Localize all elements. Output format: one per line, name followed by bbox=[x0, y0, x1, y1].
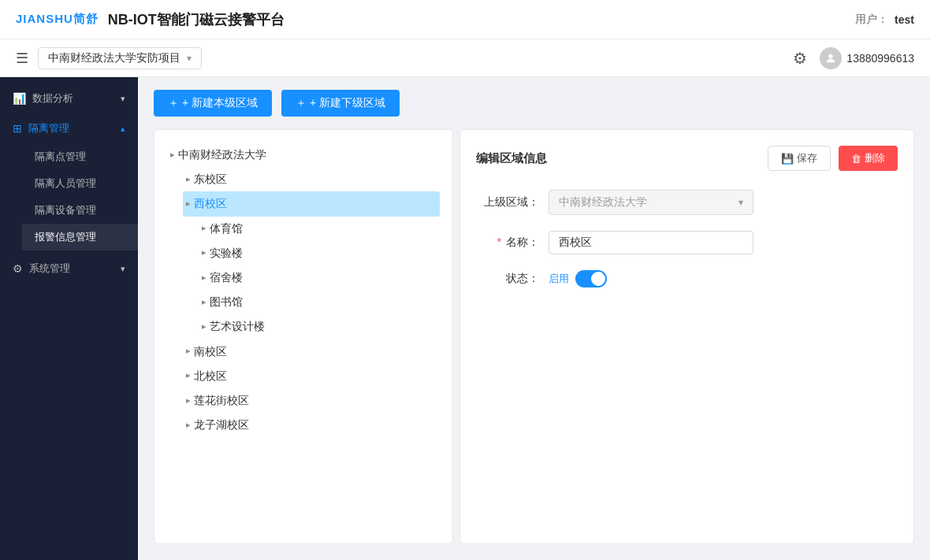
delete-button[interactable]: 🗑 删除 bbox=[839, 146, 898, 171]
tree-arrow-icon: ▸ bbox=[202, 270, 206, 286]
sidebar-item-system-management[interactable]: ⚙ 系统管理 ▾ bbox=[0, 254, 138, 284]
logo-brand: JIANSHU简舒 bbox=[16, 12, 99, 27]
tree-root: ▸ 中南财经政法大学 ▸ 东校区 bbox=[167, 143, 440, 437]
tree-label-xixiaoqu: 西校区 bbox=[194, 194, 227, 213]
parent-area-select[interactable]: 中南财经政法大学 ▾ bbox=[549, 190, 753, 215]
sidebar-item-isolation-device[interactable]: 隔离设备管理 bbox=[22, 197, 138, 224]
project-select[interactable]: 中南财经政法大学安防项目 ▾ bbox=[38, 47, 202, 69]
parent-area-value: 中南财经政法大学 bbox=[559, 195, 647, 210]
split-panel: ▸ 中南财经政法大学 ▸ 东校区 bbox=[138, 129, 930, 560]
tree-panel: ▸ 中南财经政法大学 ▸ 东校区 bbox=[154, 129, 453, 544]
hamburger-icon[interactable]: ☰ bbox=[16, 50, 28, 67]
tree-node-tiyuguan[interactable]: ▸ 体育馆 bbox=[199, 217, 440, 241]
tree-arrow-icon: ▸ bbox=[186, 343, 191, 359]
name-input[interactable] bbox=[549, 231, 753, 254]
edit-header: 编辑区域信息 💾 保存 🗑 删除 bbox=[476, 146, 898, 171]
tree-node-sushelou[interactable]: ▸ 宿舍楼 bbox=[199, 265, 440, 290]
main-layout: 📊 数据分析 ▾ ⊞ 隔离管理 ▴ 隔离点管理 隔离人员管理 隔离设备管理 bbox=[0, 77, 930, 560]
sidebar-item-isolation-person[interactable]: 隔离人员管理 bbox=[22, 170, 138, 197]
tree-arrow-icon: ▸ bbox=[186, 172, 191, 187]
sidebar-item-alarm-info[interactable]: 报警信息管理 bbox=[22, 224, 138, 250]
tree-node-tushuguan[interactable]: ▸ 图书馆 bbox=[199, 290, 440, 314]
list-item: ▸ 东校区 bbox=[183, 167, 440, 191]
tree-node-xixiaoqu[interactable]: ▸ 西校区 bbox=[183, 191, 440, 216]
toolbar: ＋ + 新建本级区域 ＋ + 新建下级区域 bbox=[138, 77, 930, 129]
sidebar-label-data-analysis: 数据分析 bbox=[32, 91, 73, 106]
field-name-label: * 名称： bbox=[476, 235, 539, 250]
tree-label-tushuguan: 图书馆 bbox=[210, 292, 243, 312]
plus-icon: ＋ bbox=[296, 96, 307, 110]
add-child-label: + 新建下级区域 bbox=[310, 96, 385, 110]
form-row-name: * 名称： bbox=[476, 231, 898, 254]
grid-icon: ⊞ bbox=[13, 122, 22, 135]
chevron-up-icon: ▴ bbox=[121, 124, 125, 134]
tree-root-label: 中南财经政法大学 bbox=[178, 145, 266, 165]
list-item: ▸ 南校区 bbox=[183, 339, 440, 364]
content-area: ＋ + 新建本级区域 ＋ + 新建下级区域 ▸ 中南财经政法大学 bbox=[138, 77, 930, 560]
tree-label-yishujilou: 艺术设计楼 bbox=[210, 317, 265, 336]
tree-arrow-icon: ▸ bbox=[186, 368, 191, 384]
save-icon: 💾 bbox=[781, 153, 794, 165]
settings-icon[interactable]: ⚙ bbox=[793, 49, 807, 68]
sidebar-label-isolation-device: 隔离设备管理 bbox=[35, 203, 96, 217]
save-label: 保存 bbox=[797, 151, 817, 165]
chevron-down-icon: ▾ bbox=[121, 264, 125, 274]
tree-node-lianhuaxiaoqu[interactable]: ▸ 莲花街校区 bbox=[183, 388, 440, 413]
add-child-area-button[interactable]: ＋ + 新建下级区域 bbox=[281, 90, 400, 117]
chevron-down-icon: ▾ bbox=[121, 94, 125, 104]
plus-icon: ＋ bbox=[168, 96, 179, 110]
tree-label-sushelou: 宿舍楼 bbox=[210, 268, 243, 287]
tree-label-tiyuguan: 体育馆 bbox=[210, 219, 243, 239]
edit-actions: 💾 保存 🗑 删除 bbox=[768, 146, 898, 171]
logo-area: JIANSHU简舒 NB-IOT智能门磁云接警平台 bbox=[16, 10, 285, 29]
tree-label-dongxiaoqu: 东校区 bbox=[194, 169, 227, 189]
tree-children-root: ▸ 东校区 ▸ 西校区 ▸ bbox=[167, 167, 440, 437]
nav-right: ⚙ 13880996613 bbox=[793, 47, 914, 69]
svg-point-0 bbox=[829, 54, 833, 57]
user-label: 用户： bbox=[855, 13, 888, 27]
sidebar-label-isolation-person: 隔离人员管理 bbox=[35, 176, 96, 191]
sidebar-label-isolation: 隔离管理 bbox=[28, 121, 69, 135]
chevron-down-icon: ▾ bbox=[187, 53, 192, 64]
list-item: ▸ 西校区 ▸ 体育馆 ▸ 实验楼 bbox=[183, 191, 440, 339]
tree-node-root[interactable]: ▸ 中南财经政法大学 bbox=[167, 143, 440, 167]
tree-arrow-icon: ▸ bbox=[202, 319, 206, 335]
project-name: 中南财经政法大学安防项目 bbox=[48, 51, 180, 65]
list-item: ▸ 北校区 bbox=[183, 364, 440, 388]
tree-arrow-icon: ▸ bbox=[186, 393, 191, 409]
list-item: ▸ 莲花街校区 bbox=[183, 388, 440, 413]
tree-label-nanxiaoqu: 南校区 bbox=[194, 342, 227, 362]
nav-bar: ☰ 中南财经政法大学安防项目 ▾ ⚙ 13880996613 bbox=[0, 39, 930, 77]
add-parent-area-button[interactable]: ＋ + 新建本级区域 bbox=[154, 90, 272, 117]
tree-label-lianhuaxiaoqu: 莲花街校区 bbox=[194, 391, 249, 410]
tree-node-yishujilou[interactable]: ▸ 艺术设计楼 bbox=[199, 314, 440, 339]
form-row-parent: 上级区域： 中南财经政法大学 ▾ bbox=[476, 190, 898, 215]
sidebar-label-system: 系统管理 bbox=[29, 261, 70, 276]
phone-info: 13880996613 bbox=[820, 47, 914, 69]
avatar bbox=[820, 47, 842, 69]
tree-node-nanxiaoqu[interactable]: ▸ 南校区 bbox=[183, 339, 440, 364]
sidebar-isolation-submenu: 隔离点管理 隔离人员管理 隔离设备管理 报警信息管理 bbox=[0, 143, 138, 250]
tree-node-beixiaoqu[interactable]: ▸ 北校区 bbox=[183, 364, 440, 388]
settings-icon: ⚙ bbox=[13, 262, 23, 275]
user-name: test bbox=[895, 13, 914, 26]
tree-arrow-icon: ▸ bbox=[186, 196, 191, 212]
tree-children-xixiaoqu: ▸ 体育馆 ▸ 实验楼 ▸ 宿舍楼 bbox=[183, 217, 440, 339]
sidebar-item-data-analysis[interactable]: 📊 数据分析 ▾ bbox=[0, 83, 138, 113]
delete-icon: 🗑 bbox=[851, 153, 861, 165]
sidebar-item-isolation-point[interactable]: 隔离点管理 bbox=[22, 143, 138, 170]
list-item: ▸ 龙子湖校区 bbox=[183, 413, 440, 437]
user-info: 用户： test bbox=[855, 13, 914, 27]
edit-title: 编辑区域信息 bbox=[476, 151, 547, 166]
toggle-label: 启用 bbox=[549, 272, 569, 286]
save-button[interactable]: 💾 保存 bbox=[768, 146, 831, 171]
app-title: NB-IOT智能门磁云接警平台 bbox=[108, 10, 285, 29]
status-toggle[interactable] bbox=[575, 270, 607, 287]
tree-node-shiyanlou[interactable]: ▸ 实验楼 bbox=[199, 241, 440, 265]
tree-label-longzihuxiaoqu: 龙子湖校区 bbox=[194, 415, 249, 435]
tree-node-longzihuxiaoqu[interactable]: ▸ 龙子湖校区 bbox=[183, 413, 440, 437]
chart-icon: 📊 bbox=[13, 92, 26, 105]
sidebar-item-isolation-management[interactable]: ⊞ 隔离管理 ▴ bbox=[0, 113, 138, 143]
delete-label: 删除 bbox=[865, 151, 885, 165]
tree-node-dongxiaoqu[interactable]: ▸ 东校区 bbox=[183, 167, 440, 191]
